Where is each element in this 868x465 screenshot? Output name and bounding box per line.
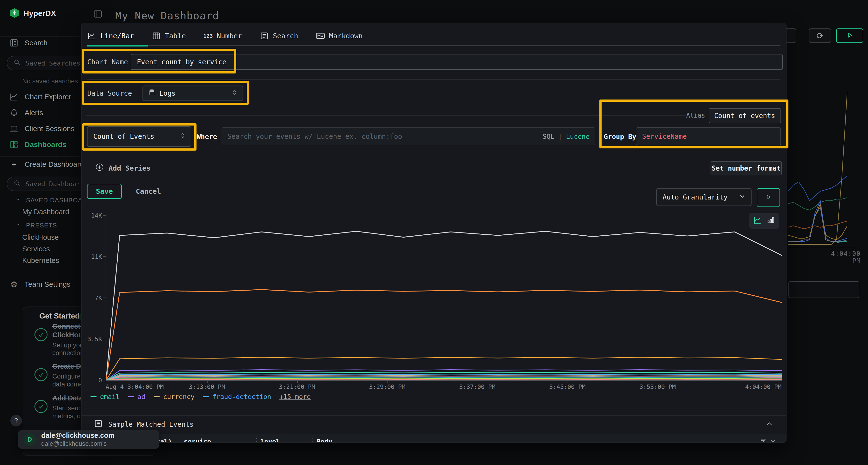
group-by-input[interactable] bbox=[636, 128, 781, 145]
markdown-icon bbox=[316, 32, 325, 40]
sidebar-item-clickhouse[interactable]: ClickHouse bbox=[22, 233, 59, 241]
gear-icon: ⚙ bbox=[10, 280, 18, 289]
legend-label: fraud-detection bbox=[212, 393, 271, 400]
legend-item[interactable]: email bbox=[90, 393, 120, 400]
legend-item[interactable]: fraud-detection bbox=[203, 393, 271, 400]
set-number-format-button[interactable]: Set number format bbox=[711, 161, 782, 175]
x-axis-ticks bbox=[106, 380, 782, 383]
sidebar-item-label: Alerts bbox=[25, 109, 43, 117]
tab-bar: Line/Bar Table 123 Number Search Markdow… bbox=[87, 28, 363, 44]
tab-label: Markdown bbox=[329, 32, 363, 40]
x-tick-label: 3:37:00 PM bbox=[459, 383, 495, 390]
x-tick-mark bbox=[207, 380, 208, 383]
main-chart[interactable] bbox=[105, 215, 782, 381]
sample-events-title: Sample Matched Events bbox=[108, 421, 194, 428]
alias-connector-line bbox=[86, 115, 686, 115]
x-tick-mark bbox=[478, 380, 478, 383]
x-tick-label: 3:53:00 PM bbox=[640, 383, 676, 390]
sidebar-item-kubernetes[interactable]: Kubernetes bbox=[22, 256, 59, 265]
aggregation-select[interactable]: Count of Events bbox=[87, 126, 191, 147]
tab-table[interactable]: Table bbox=[152, 32, 186, 40]
tab-label: Number bbox=[217, 32, 242, 40]
refresh-button[interactable]: ⟳ bbox=[809, 28, 831, 43]
sample-events-header[interactable]: Sample Matched Events bbox=[94, 420, 194, 429]
legend-swatch bbox=[203, 396, 209, 397]
sidebar-item-services[interactable]: Services bbox=[22, 245, 50, 253]
legend-item[interactable]: currency bbox=[154, 393, 194, 400]
saved-searches-placeholder: Saved Searches bbox=[26, 60, 81, 67]
x-tick-mark bbox=[297, 380, 298, 383]
check-circle-icon bbox=[34, 328, 48, 341]
dashboard-grid-icon bbox=[10, 140, 18, 149]
table-icon bbox=[152, 32, 161, 40]
column-header[interactable]: service bbox=[180, 437, 256, 442]
granularity-select[interactable]: Auto Granularity bbox=[656, 188, 751, 206]
download-icon[interactable] bbox=[769, 437, 777, 442]
tab-search[interactable]: Search bbox=[260, 32, 298, 40]
y-tick-label: 3.5K bbox=[85, 336, 102, 343]
background-run-button[interactable] bbox=[836, 28, 863, 43]
where-label: Where bbox=[197, 133, 217, 141]
tab-number[interactable]: 123 Number bbox=[204, 32, 242, 40]
data-source-select[interactable]: Logs bbox=[143, 86, 243, 101]
sidebar-collapse-icon[interactable] bbox=[93, 9, 103, 19]
data-source-label: Data Source bbox=[87, 89, 132, 97]
granularity-value: Auto Granularity bbox=[662, 193, 728, 201]
chart-name-input[interactable] bbox=[131, 54, 783, 70]
column-header[interactable]: level bbox=[257, 437, 312, 442]
sidebar-item-label: Chart Explorer bbox=[25, 93, 71, 101]
section-label: PRESETS bbox=[26, 222, 57, 229]
alias-input[interactable] bbox=[709, 108, 781, 123]
tab-underline-active bbox=[87, 45, 148, 46]
x-tick-label: 3:45:00 PM bbox=[549, 383, 586, 390]
where-input[interactable]: Search your events w/ Lucene ex. column:… bbox=[222, 128, 595, 145]
tab-underline-track bbox=[87, 45, 780, 46]
background-mini-chart bbox=[788, 91, 847, 248]
sidebar-item-label: Dashboards bbox=[25, 140, 66, 148]
plus-circle-icon bbox=[95, 163, 104, 173]
run-query-button[interactable] bbox=[757, 188, 780, 207]
sidebar-item-label: Team Settings bbox=[25, 280, 70, 289]
presets-section[interactable]: PRESETS bbox=[15, 222, 57, 229]
sql-mode-toggle[interactable]: SQL bbox=[542, 133, 554, 140]
get-started-title: Get Started bbox=[39, 312, 80, 321]
background-time-label: 4:04:00 PM bbox=[820, 250, 861, 265]
x-axis-labels: Aug 4 3:04:00 PM3:13:00 PM3:21:00 PM3:29… bbox=[105, 383, 781, 391]
search-icon bbox=[13, 179, 21, 188]
legend-swatch bbox=[128, 396, 134, 397]
x-tick-label: 4:04:00 PM bbox=[745, 383, 781, 390]
help-button[interactable]: ? bbox=[10, 415, 22, 427]
laptop-icon bbox=[10, 124, 18, 133]
select-chevrons-icon bbox=[232, 89, 237, 98]
chevron-down-icon bbox=[739, 193, 745, 201]
add-series-button[interactable]: Add Series bbox=[95, 163, 151, 173]
legend-item[interactable]: ad bbox=[128, 393, 145, 400]
brand-name: HyperDX bbox=[24, 9, 56, 18]
divider bbox=[87, 79, 780, 80]
user-subtitle: dale@clickhouse.com's bbox=[41, 440, 152, 447]
collapse-chevron-up-icon[interactable] bbox=[766, 421, 773, 429]
user-tooltip[interactable]: D dale@clickhouse.com dale@clickhouse.co… bbox=[18, 430, 159, 449]
tab-markdown[interactable]: Markdown bbox=[316, 32, 363, 40]
brand[interactable]: HyperDX bbox=[10, 8, 56, 19]
add-series-label: Add Series bbox=[108, 164, 151, 172]
background-chart-axis bbox=[788, 248, 855, 248]
legend-more-link[interactable]: +15 more bbox=[279, 393, 311, 400]
check-circle-icon bbox=[34, 368, 48, 381]
sidebar-item-my-dashboard[interactable]: My Dashboard bbox=[22, 208, 69, 216]
search-icon bbox=[13, 59, 21, 67]
lucene-mode-toggle[interactable]: Lucene bbox=[566, 133, 590, 140]
saved-dashboards-placeholder: Saved Dashboards bbox=[26, 180, 88, 188]
x-tick-label: 3:29:00 PM bbox=[369, 383, 406, 390]
filter-icon[interactable] bbox=[760, 437, 767, 442]
x-tick-label: Aug 4 3:04:00 PM bbox=[105, 383, 164, 390]
cancel-button[interactable]: Cancel bbox=[136, 187, 161, 195]
save-button[interactable]: Save bbox=[87, 184, 122, 199]
tab-label: Table bbox=[165, 32, 186, 40]
refresh-icon: ⟳ bbox=[816, 31, 824, 41]
avatar: D bbox=[23, 433, 36, 446]
tab-line-bar[interactable]: Line/Bar bbox=[87, 32, 134, 40]
play-icon bbox=[846, 32, 853, 39]
column-header[interactable]: Body bbox=[313, 437, 760, 442]
search-list-icon bbox=[260, 32, 269, 40]
